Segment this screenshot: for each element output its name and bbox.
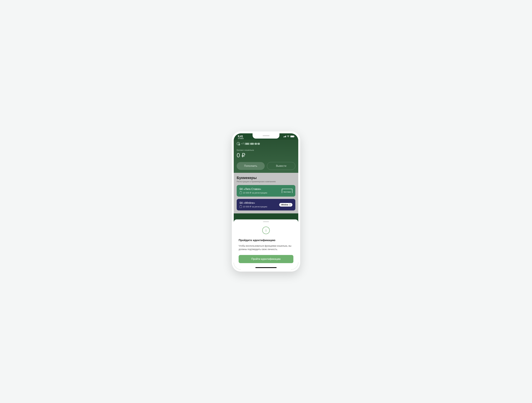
battery-icon (290, 135, 294, 137)
winline-logo: Winline (279, 203, 292, 207)
bookmaker-name: БК «Лига Ставок» (240, 188, 267, 191)
section-title: Букмекеры (237, 176, 295, 180)
identification-sheet: i Пройдите идентификацию Чтобы воспользо… (234, 219, 298, 270)
screen: 9:41 ◂ Поиск +7 () -- Баланс кошелька 0 … (234, 133, 298, 270)
home-indicator[interactable] (255, 267, 277, 268)
section-subtitle: Регистрация в букмекерских компаниях (237, 180, 295, 183)
back-to-search[interactable]: ◂ Поиск (238, 138, 244, 139)
phone-frame: 9:41 ◂ Поиск +7 () -- Баланс кошелька 0 … (232, 131, 300, 272)
phone-number: +7 () -- (241, 142, 260, 145)
sheet-title: Пройдите идентификацию (239, 239, 293, 242)
wifi-icon (287, 135, 290, 137)
bookmaker-bonus: 10 000 ₽ за регистрацию (240, 192, 267, 194)
notch (253, 133, 279, 139)
info-icon: i (262, 227, 270, 234)
sheet-drag-handle[interactable] (263, 221, 269, 222)
withdraw-button[interactable]: Вывести (267, 162, 295, 170)
phone-number-row[interactable]: +7 () -- (237, 142, 295, 145)
bookmakers-section: Букмекеры Регистрация в букмекерских ком… (234, 173, 298, 213)
bookmaker-card-winline[interactable]: БК «Winline» 10 000 ₽ за регистрацию Win… (237, 199, 295, 211)
start-identification-button[interactable]: Пройти идентификацию (239, 255, 293, 263)
user-help-icon (237, 142, 240, 145)
sheet-body: Чтобы воспользоваться функциями кошелька… (239, 244, 293, 251)
bookmaker-card-liga[interactable]: БК «Лига Ставок» 10 000 ₽ за регистрацию… (237, 185, 295, 197)
cellular-icon (284, 136, 286, 137)
power-button (300, 162, 301, 175)
balance-label: Баланс кошелька (237, 149, 295, 151)
volume-buttons (231, 154, 232, 159)
deposit-button[interactable]: Пополнить (237, 162, 265, 170)
liga-stavok-logo: Лига Ставок (282, 189, 292, 193)
bookmaker-bonus: 10 000 ₽ за регистрацию (240, 205, 267, 208)
gift-icon (240, 192, 242, 194)
gift-icon (240, 205, 242, 208)
bookmaker-name: БК «Winline» (240, 202, 267, 205)
balance-amount: 0 ₽ (237, 152, 295, 159)
wallet-header: +7 () -- Баланс кошелька 0 ₽ Пополнить В… (234, 140, 298, 173)
